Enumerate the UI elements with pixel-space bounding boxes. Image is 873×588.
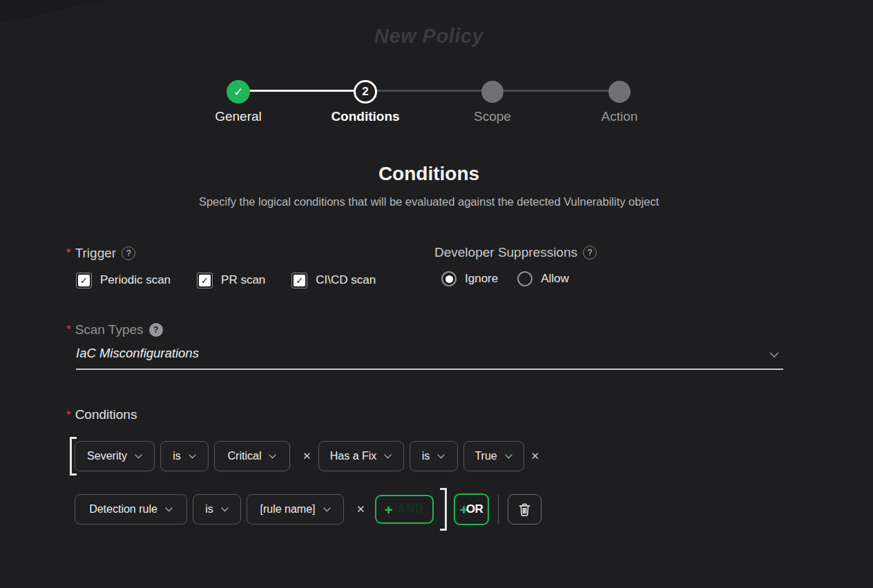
select-value: Severity [87,450,127,462]
plus-icon: + [385,502,393,517]
select-value: Detection rule [89,503,157,516]
wizard-stepper: ✓ 2 General Conditions Scope Action [175,79,683,124]
check-icon: ✓ [294,275,305,286]
check-icon: ✓ [199,275,211,286]
step-number: 2 [362,85,368,99]
radio-label: Allow [541,272,569,286]
radio-circle[interactable] [517,271,533,286]
section-title: Conditions [66,163,792,185]
checkbox-box[interactable]: ✓ [197,273,213,288]
required-asterisk: * [66,407,71,424]
radio-circle[interactable] [441,271,457,286]
chevron-down-icon [384,454,392,459]
step-label-action[interactable]: Action [556,109,683,124]
help-icon[interactable]: ? [583,246,597,259]
select-value: is [173,450,181,462]
operator-select[interactable]: is [160,441,209,471]
scan-types-section: * Scan Types ? IaC Misconfigurations [66,322,792,370]
stepper-connector-upcoming [492,90,620,92]
select-value: Has a Fix [330,450,377,462]
step-scope-circle[interactable] [481,81,503,103]
select-value: is [205,503,213,516]
chevron-down-icon [135,454,142,459]
select-value: is [422,450,430,462]
help-icon[interactable]: ? [149,323,163,337]
corner-shadow [0,0,104,23]
add-and-condition-button[interactable]: + AND [375,495,434,524]
scan-types-select[interactable]: IaC Misconfigurations [76,346,783,370]
trash-icon [517,502,533,518]
page-title: New Policy [66,25,792,48]
step-action-circle[interactable] [608,81,631,103]
operator-select[interactable]: is [410,441,458,471]
select-value: True [474,450,497,462]
divider [498,495,499,524]
checkbox-periodic-scan[interactable]: ✓ Periodic scan [76,273,171,288]
delete-group-button[interactable] [508,494,541,525]
chevron-down-icon [269,454,276,459]
chevron-down-icon [437,454,445,459]
radio-label: Ignore [465,272,498,286]
condition-row: Detection rule is [rule name] ✕ + AND + … [75,488,792,531]
or-button-label: OR [466,502,483,516]
chevron-down-icon [505,454,512,459]
chevron-down-icon [323,507,331,512]
field-select-severity[interactable]: Severity [75,441,155,471]
check-icon: ✓ [78,275,90,286]
checkbox-box[interactable]: ✓ [291,273,307,288]
select-value: [rule name] [260,503,315,516]
checkbox-pr-scan[interactable]: ✓ PR scan [197,273,265,288]
step-label-general[interactable]: General [175,109,302,124]
stepper-connector-completed [238,90,365,92]
chevron-down-icon [221,507,229,512]
step-general-circle[interactable]: ✓ [227,80,250,104]
step-label-scope[interactable]: Scope [429,109,556,124]
radio-allow[interactable]: Allow [517,271,569,286]
suppressions-label: Developer Suppressions [434,245,577,260]
conditions-section: * Conditions Severity is Critical ✕ Has … [66,407,792,531]
step-conditions-circle[interactable]: 2 [354,80,377,104]
radio-ignore[interactable]: Ignore [441,271,498,286]
and-button-label: AND [398,503,424,516]
required-asterisk: * [66,322,71,338]
condition-row: Severity is Critical ✕ Has a Fix is Tr [75,441,792,471]
add-or-group-button[interactable]: + OR [454,493,490,525]
suppressions-section: Developer Suppressions ? Ignore Allow [434,245,597,288]
field-select-has-a-fix[interactable]: Has a Fix [318,441,404,471]
trigger-label: Trigger [75,246,116,261]
required-asterisk: * [66,245,71,262]
chevron-down-icon [769,352,779,358]
scan-types-value: IaC Misconfigurations [76,346,199,361]
step-label-conditions[interactable]: Conditions [302,109,429,124]
group-close-bracket [440,488,447,531]
remove-condition-icon[interactable]: ✕ [303,450,311,462]
section-subtitle: Specify the logical conditions that will… [66,195,792,208]
scan-types-label: Scan Types [75,322,144,337]
select-value: Critical [228,450,262,462]
remove-condition-icon[interactable]: ✕ [356,503,365,516]
checkbox-label: Periodic scan [100,273,171,287]
remove-condition-icon[interactable]: ✕ [531,450,540,462]
help-icon[interactable]: ? [122,246,135,260]
trigger-section: * Trigger ? ✓ Periodic scan ✓ PR scan ✓ … [66,245,434,288]
chevron-down-icon [189,454,196,459]
checkbox-cicd-scan[interactable]: ✓ CI\CD scan [291,273,376,288]
group-open-bracket [70,437,77,476]
value-select-critical[interactable]: Critical [214,441,290,471]
check-icon: ✓ [233,85,243,99]
value-select-rule-name[interactable]: [rule name] [247,494,344,525]
checkbox-label: PR scan [221,273,265,287]
checkbox-box[interactable]: ✓ [76,273,92,288]
chevron-down-icon [165,507,173,512]
operator-select[interactable]: is [193,494,241,525]
checkbox-label: CI\CD scan [316,273,376,287]
radio-selected-dot [445,275,453,283]
field-select-detection-rule[interactable]: Detection rule [75,494,187,525]
stepper-connector-upcoming [365,90,492,92]
value-select-true[interactable]: True [463,441,524,471]
conditions-label: Conditions [75,407,137,422]
